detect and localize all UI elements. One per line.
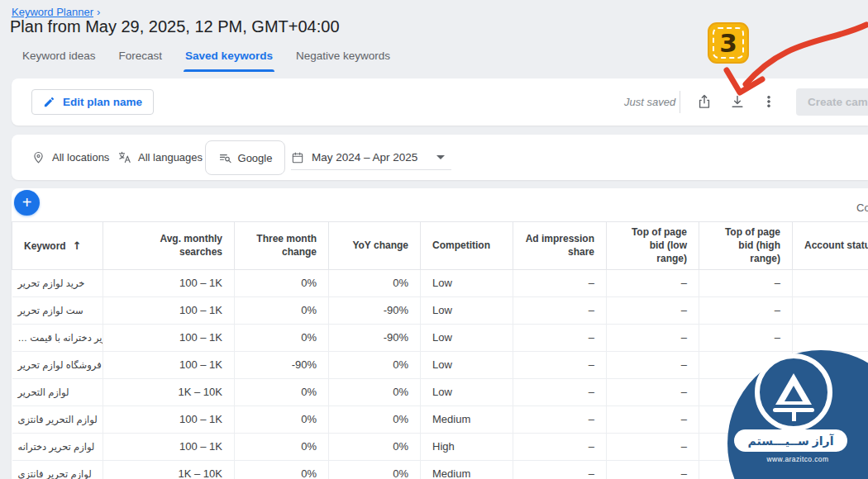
pencil-icon: [43, 96, 55, 108]
edit-plan-name-button[interactable]: Edit plan name: [31, 89, 154, 115]
cell-competition: Low: [421, 269, 513, 296]
cell-three-month-change: 0%: [235, 460, 329, 479]
locations-filter[interactable]: All locations: [31, 135, 109, 180]
cell-avg-searches: 100 – 1K: [103, 433, 235, 460]
chevron-down-icon: [436, 155, 445, 159]
step-3-number: 3: [709, 24, 747, 62]
cell-ad-impression-share: –: [513, 460, 607, 479]
network-filter[interactable]: Google: [205, 140, 285, 175]
cell-keyword: لوازم التحریر: [12, 378, 103, 405]
columns-control[interactable]: Columns: [856, 202, 868, 214]
cell-top-bid-high: –: [699, 296, 793, 324]
save-status: Just saved: [624, 78, 675, 126]
date-range-filter[interactable]: May 2024 – Apr 2025: [291, 145, 451, 170]
cell-ad-impression-share: –: [513, 324, 607, 351]
cell-keyword: فروشگاه لوازم تحریر: [12, 351, 103, 378]
cell-competition: Low: [421, 351, 513, 378]
share-button[interactable]: [693, 90, 716, 113]
header-keyword-label: Keyword: [24, 240, 66, 252]
more-options-button[interactable]: [757, 90, 780, 113]
calendar-icon: [291, 151, 304, 164]
network-filter-label: Google: [238, 152, 273, 164]
cell-avg-searches: 100 – 1K: [103, 296, 235, 324]
header-top-bid-low[interactable]: Top of page bid (low range): [607, 222, 699, 270]
cell-yoy-change: -90%: [329, 324, 421, 351]
step-3-badge: 3: [708, 22, 749, 64]
share-icon: [696, 93, 713, 110]
watermark-url: www.arazitco.com: [727, 455, 868, 463]
cell-top-bid-low: –: [607, 378, 699, 405]
breadcrumb-chevron-icon: ›: [97, 6, 100, 18]
table-row[interactable]: ست لوازم تحریر 100 – 1K 0% -90% Low – – …: [12, 296, 868, 324]
cell-ad-impression-share: –: [513, 378, 607, 405]
cell-yoy-change: 0%: [329, 378, 421, 405]
table-row[interactable]: خرید لوازم تحریر 100 – 1K 0% 0% Low – – …: [12, 269, 868, 296]
cell-avg-searches: 1K – 10K: [103, 378, 235, 405]
cell-three-month-change: 0%: [235, 405, 329, 433]
cell-competition: Low: [421, 296, 513, 324]
toolbar-card: Edit plan name Just saved Create campaig…: [12, 78, 868, 126]
location-pin-icon: [31, 150, 45, 164]
cell-yoy-change: 0%: [329, 460, 421, 479]
cell-yoy-change: 0%: [329, 405, 421, 433]
breadcrumb: Keyword Planner ›: [12, 6, 100, 18]
tab-forecast[interactable]: Forecast: [117, 48, 165, 72]
cell-ad-impression-share: –: [513, 351, 607, 378]
cell-account-status: [793, 269, 868, 296]
tab-saved-keywords[interactable]: Saved keywords: [184, 48, 274, 72]
languages-filter-label: All languages: [138, 151, 203, 164]
keyword-planner-screen: Keyword Planner › Plan from May 29, 2025…: [0, 0, 868, 479]
header-top-bid-high[interactable]: Top of page bid (high range): [699, 222, 793, 270]
date-range-label: May 2024 – Apr 2025: [312, 151, 417, 164]
header-avg-monthly-searches[interactable]: Avg. monthly searches: [103, 222, 235, 270]
cell-top-bid-low: –: [607, 324, 699, 351]
cell-top-bid-low: –: [607, 351, 699, 378]
cell-yoy-change: -90%: [329, 296, 421, 324]
header-three-month-change[interactable]: Three month change: [235, 222, 329, 270]
cell-keyword: … تحریر دخترانه با قیمت: [12, 324, 103, 351]
breadcrumb-link[interactable]: Keyword Planner: [12, 6, 93, 18]
search-network-icon: [218, 151, 232, 165]
cell-competition: Low: [421, 324, 513, 351]
header-competition[interactable]: Competition: [421, 222, 513, 270]
table-row[interactable]: … تحریر دخترانه با قیمت 100 – 1K 0% -90%…: [12, 324, 868, 351]
table-header-row: Keyword↑ Avg. monthly searches Three mon…: [12, 222, 868, 270]
header-keyword[interactable]: Keyword↑: [12, 222, 103, 270]
cell-competition: Low: [421, 378, 513, 405]
logo-ring-icon: [755, 353, 832, 431]
cell-competition: Medium: [421, 460, 513, 479]
locations-filter-label: All locations: [52, 151, 109, 164]
tab-keyword-ideas[interactable]: Keyword ideas: [21, 48, 98, 72]
download-icon: [729, 93, 746, 110]
cell-account-status: [793, 324, 868, 351]
header-ad-impression-share[interactable]: Ad impression share: [513, 222, 607, 270]
cell-ad-impression-share: –: [513, 405, 607, 433]
header-account-status[interactable]: Account status: [793, 222, 868, 270]
watermark-brand-text: آراز ســیـــستم: [734, 429, 847, 452]
header-yoy-change[interactable]: YoY change: [329, 222, 421, 270]
cell-yoy-change: 0%: [329, 269, 421, 296]
tab-negative-keywords[interactable]: Negative keywords: [294, 48, 392, 72]
create-campaign-button[interactable]: Create campaign: [796, 88, 868, 116]
download-button[interactable]: [726, 90, 749, 113]
cell-keyword: لوازم التحریر فانتزی: [12, 405, 103, 433]
cell-yoy-change: 0%: [329, 351, 421, 378]
cell-competition: High: [421, 433, 513, 460]
cell-three-month-change: 0%: [235, 324, 329, 351]
cell-ad-impression-share: –: [513, 269, 607, 296]
cell-keyword: ست لوازم تحریر: [12, 296, 103, 324]
languages-filter[interactable]: All languages: [117, 135, 203, 180]
table-row[interactable]: فروشگاه لوازم تحریر 100 – 1K -90% 0% Low…: [12, 351, 868, 378]
add-keywords-button[interactable]: +: [14, 190, 40, 216]
page-title: Plan from May 29, 2025, 12 PM, GMT+04:00: [10, 17, 340, 36]
cell-top-bid-low: –: [607, 269, 699, 296]
cell-competition: Medium: [421, 405, 513, 433]
cell-avg-searches: 100 – 1K: [103, 351, 235, 378]
cell-yoy-change: 0%: [329, 433, 421, 460]
translate-icon: [117, 150, 131, 164]
cell-top-bid-high: –: [699, 324, 793, 351]
cell-three-month-change: 0%: [235, 433, 329, 460]
cell-three-month-change: 0%: [235, 269, 329, 296]
filter-bar: All locations All languages Google May 2…: [12, 135, 868, 180]
cell-three-month-change: 0%: [235, 378, 329, 405]
